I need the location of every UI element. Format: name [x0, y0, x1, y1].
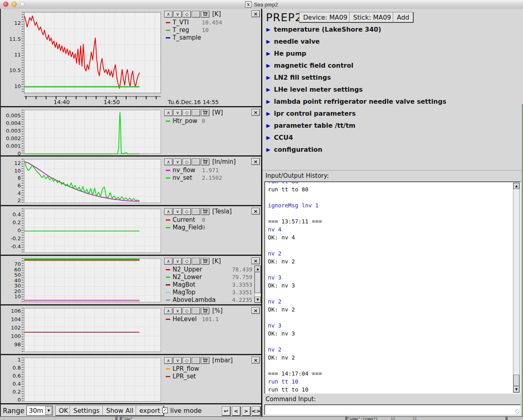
scale-down-icon[interactable]: ∨: [173, 11, 182, 18]
legend-row-Mag_Field[interactable]: Mag_Field 0: [166, 224, 261, 231]
tree-item-magnetic[interactable]: ▶ magnetic field control: [266, 60, 515, 71]
autoscale-icon[interactable]: ◇: [183, 258, 191, 265]
tree-item-lpr[interactable]: ▶ lpr control parameters: [266, 108, 515, 119]
expand-arrow-icon[interactable]: ▶: [266, 147, 270, 152]
legend-row-T_reg[interactable]: T_reg 10: [166, 26, 261, 34]
dropdown-arrow-icon[interactable]: ▼: [45, 406, 52, 415]
legend-row-T_sample[interactable]: T_sample: [166, 34, 261, 42]
scale-down-icon[interactable]: ∨: [173, 109, 182, 116]
close-chart-icon[interactable]: ×: [251, 158, 260, 165]
expand-arrow-icon[interactable]: ▶: [266, 135, 270, 140]
tree-item-needle[interactable]: ▶ needle valve: [266, 36, 515, 47]
expand-arrow-icon[interactable]: ▶: [266, 27, 270, 32]
expand-arrow-icon[interactable]: ▶: [266, 63, 270, 68]
scale-down-icon[interactable]: ∨: [173, 307, 182, 314]
show-all-button[interactable]: Show All: [103, 406, 137, 416]
scale-up-icon[interactable]: ∧: [164, 159, 173, 165]
chart-plot-area[interactable]: [24, 358, 161, 402]
scroll-up-icon[interactable]: ▲: [255, 266, 261, 272]
tree-item-he[interactable]: ▶ He pump: [266, 48, 515, 59]
legend-row-nv_flow[interactable]: nv_flow 1.971: [166, 167, 261, 174]
scale-up-icon[interactable]: ∧: [164, 307, 173, 314]
legend-row-AboveLambda[interactable]: AboveLambda 4.2235: [166, 296, 261, 304]
legend-row-Htr_pow[interactable]: Htr_pow 0: [166, 117, 261, 125]
legend-row-MagBot[interactable]: MagBot 3.3353: [166, 281, 261, 289]
log-lin-toggle-icon[interactable]: loglin: [201, 11, 209, 18]
legend-row-Current[interactable]: Current 0: [166, 216, 261, 224]
legend-row-LPR_set[interactable]: LPR_set: [166, 373, 261, 380]
scrollbar-thumb[interactable]: [255, 272, 261, 293]
minimize-window-button[interactable]: [12, 2, 17, 7]
scale-down-icon[interactable]: ∨: [173, 208, 182, 215]
zoom-window-button[interactable]: [20, 2, 25, 7]
tree-item-parameter[interactable]: ▶ parameter table /tt/tm: [266, 120, 515, 131]
range-dropdown[interactable]: 30m ▼: [26, 406, 53, 416]
log-lin-toggle-icon[interactable]: loglin: [201, 258, 209, 265]
close-chart-icon[interactable]: ×: [251, 109, 260, 116]
scale-down-icon[interactable]: ∨: [173, 258, 182, 265]
log-lin-toggle-icon[interactable]: loglin: [201, 208, 209, 215]
expand-arrow-icon[interactable]: ▶: [266, 39, 270, 44]
scale-up-icon[interactable]: ∧: [164, 258, 173, 265]
scale-up-icon[interactable]: ∧: [164, 11, 173, 18]
scale-down-icon[interactable]: ∨: [173, 159, 182, 165]
legend-row-N2_Lower[interactable]: N2_Lower 79.759: [166, 273, 261, 281]
terminal-scrollbar[interactable]: ▲ ▼: [513, 183, 520, 393]
live-mode-checkbox[interactable]: ✓: [162, 408, 168, 413]
chart-plot-area[interactable]: [24, 159, 161, 203]
expand-arrow-icon[interactable]: ▶: [266, 99, 270, 104]
chart-plot-area[interactable]: [24, 12, 161, 93]
page-forward-icon[interactable]: >: [242, 406, 251, 416]
settings-button[interactable]: Settings: [70, 406, 104, 416]
expand-arrow-icon[interactable]: ▶: [266, 51, 270, 56]
expand-arrow-icon[interactable]: ▶: [266, 87, 270, 92]
chart-plot-area[interactable]: [24, 258, 161, 302]
scroll-down-icon[interactable]: ▼: [513, 386, 519, 392]
legend-row-T_VTI[interactable]: T_VTI 10.454: [166, 19, 261, 26]
tree-item-temperature[interactable]: ▶ temperature (LakeShore 340): [266, 24, 515, 35]
autoscale-icon[interactable]: ◇: [183, 208, 191, 215]
chart-plot-area[interactable]: [24, 308, 161, 352]
close-window-button[interactable]: [3, 2, 8, 7]
close-chart-icon[interactable]: ×: [251, 307, 260, 314]
expand-arrow-icon[interactable]: ▶: [266, 75, 270, 80]
autoscale-icon[interactable]: ◇: [183, 307, 191, 314]
log-lin-toggle-icon[interactable]: loglin: [201, 109, 209, 116]
io-history-terminal[interactable]: run tt 80run tt to 80 ignoreMsg lnv 1 ==…: [264, 181, 521, 394]
scroll-up-icon[interactable]: ▲: [513, 183, 519, 189]
close-chart-icon[interactable]: ×: [251, 208, 260, 215]
scale-down-icon[interactable]: ∨: [173, 357, 182, 364]
autoscale-icon[interactable]: ◇: [183, 159, 191, 165]
log-lin-toggle-icon[interactable]: loglin: [201, 159, 209, 165]
page-back-icon[interactable]: <: [232, 406, 241, 416]
legend-row-MagTop[interactable]: MagTop 3.3351: [166, 289, 261, 296]
export-button[interactable]: export: [136, 406, 164, 416]
scroll-down-icon[interactable]: ▼: [255, 297, 261, 303]
close-chart-icon[interactable]: ×: [251, 10, 260, 17]
jump-latest-icon[interactable]: ↩: [222, 406, 231, 416]
autoscale-icon[interactable]: ◇: [183, 11, 191, 18]
expand-arrow-icon[interactable]: ▶: [266, 111, 270, 116]
autoscale-icon[interactable]: ◇: [183, 109, 191, 116]
stick-button[interactable]: Stick: MA09: [349, 12, 396, 23]
expand-arrow-icon[interactable]: ▶: [266, 123, 270, 128]
chart-plot-area[interactable]: [24, 110, 161, 154]
scrollbar-thumb[interactable]: [513, 375, 519, 386]
scale-up-icon[interactable]: ∧: [164, 208, 173, 215]
scale-up-icon[interactable]: ∧: [164, 357, 173, 364]
scale-up-icon[interactable]: ∧: [164, 109, 173, 116]
tree-item-lhe[interactable]: ▶ LHe level meter settings: [266, 84, 515, 95]
legend-row-LPR_flow[interactable]: LPR_flow: [166, 365, 261, 373]
legend-scrollbar[interactable]: ▲ ▼: [254, 265, 261, 303]
device-button[interactable]: Device: MA09: [299, 12, 352, 23]
tree-item-ccu4[interactable]: ▶ CCU4: [266, 132, 515, 143]
close-chart-icon[interactable]: ×: [251, 357, 260, 364]
tree-item-ln2[interactable]: ▶ LN2 fill settings: [266, 72, 515, 83]
tree-item-lambda[interactable]: ▶ lambda point refrigerator needle valve…: [266, 96, 515, 107]
legend-row-nv_set[interactable]: nv_set 2.1502: [166, 174, 261, 182]
log-lin-toggle-icon[interactable]: loglin: [201, 357, 209, 364]
legend-row-HeLevel[interactable]: HeLevel 101.1: [166, 316, 261, 323]
resize-grip-icon[interactable]: [515, 409, 520, 414]
add-button[interactable]: Add: [393, 12, 414, 23]
log-lin-toggle-icon[interactable]: loglin: [201, 307, 209, 314]
